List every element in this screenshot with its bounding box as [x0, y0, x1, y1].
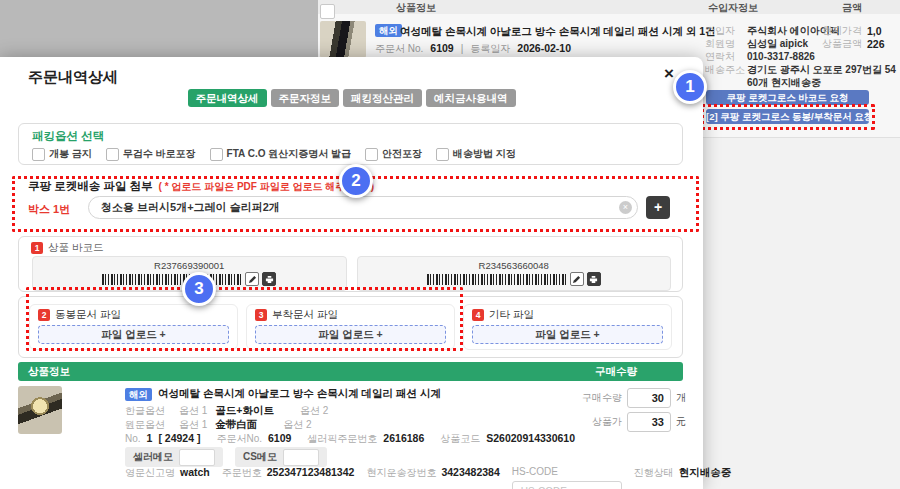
add-box-button[interactable]: + [646, 196, 670, 219]
rocket-heading-text: 쿠팡 로켓배송 파일 첨부 [28, 179, 153, 194]
packing-options-row: 개봉 금지 무검수 바로포장 FTA C.O 원산지증명서 발급 안전포장 배송… [32, 147, 516, 161]
option2-label: 옵션 2 [300, 404, 328, 418]
checkbox-label: 무검수 바로포장 [123, 147, 196, 161]
purchase-qty-input[interactable] [627, 388, 671, 408]
barcode-heading-row: 1 상품 바코드 [31, 241, 103, 255]
barcode-box-right: R234563660048 [357, 256, 672, 291]
divider: | [461, 43, 464, 54]
option1-value: 金带白面 [215, 418, 257, 432]
purchase-qty-bar-title: 구매수량 [595, 365, 637, 379]
checkbox-label: FTA C.O 원산지증명서 발급 [227, 147, 351, 161]
upload-enclosed-doc-button[interactable]: 파일 업로드 + [38, 325, 229, 344]
close-icon[interactable]: × [658, 64, 680, 84]
checkbox-label: 안전포장 [382, 147, 422, 161]
original-option-row: 원문옵션 옵션 1 金带白面 옵션 2 [125, 418, 312, 432]
phone-label: 연락처 [705, 52, 747, 62]
option2-label: 옵션 2 [283, 418, 311, 432]
checkbox-no-open[interactable]: 개봉 금지 [32, 147, 92, 161]
member-label: 회원명 [705, 39, 747, 49]
upload-etc-file-button[interactable]: 파일 업로드 + [472, 325, 663, 344]
hscode-label: HS-CODE [512, 466, 622, 477]
rocket-section-heading: 쿠팡 로켓배송 파일 첨부 ( * 업로드 파일은 PDF 파일로 업로드 해주… [28, 179, 374, 194]
print-icon[interactable] [587, 272, 601, 286]
tab-packing-settlement[interactable]: 패킹정산관리 [343, 89, 422, 107]
kr-option-row: 한글옵션 옵션 1 골드+화이트 옵션 2 [125, 404, 328, 418]
overseas-badge: 해외 [375, 24, 402, 37]
tab-deposit-history[interactable]: 예치금사용내역 [426, 89, 516, 107]
col-header-product-info: 상품정보 [396, 1, 436, 15]
checkbox-shipping-method[interactable]: 배송방법 지정 [436, 147, 516, 161]
edit-icon[interactable] [245, 272, 259, 286]
product-price-input[interactable] [627, 412, 671, 432]
checkbox-fta-certificate[interactable]: FTA C.O 원산지증명서 발급 [210, 147, 351, 161]
box-content-input[interactable] [88, 196, 638, 219]
modal-tabs: 주문내역상세 주문자정보 패킹정산관리 예치금사용내역 [0, 89, 703, 107]
print-icon[interactable] [262, 272, 276, 286]
pdf-upload-note: ( * 업로드 파일은 PDF 파일로 업로드 해주세요. ) [159, 180, 375, 194]
option1-label: 옵션 1 [179, 418, 207, 432]
cs-memo-input[interactable] [283, 449, 319, 466]
amount-row: 상품금액226 [816, 39, 885, 49]
no-label: No. [125, 433, 141, 444]
box-number-label: 박스 1번 [28, 202, 70, 217]
step-badge-1: 1 [31, 242, 43, 254]
step-badge-2: 2 [38, 309, 50, 321]
price-unit: 元 [676, 415, 686, 429]
importer-row: 연락처010-3317-8826 [705, 52, 900, 62]
checkbox-icon[interactable] [436, 148, 449, 161]
checkbox-label: 개봉 금지 [49, 147, 92, 161]
checkbox-icon[interactable] [210, 148, 223, 161]
bracket-id: [ 24924 ] [158, 432, 200, 444]
barcode-number: R234563660048 [479, 261, 549, 271]
order-number-label: 주문번호 [222, 466, 262, 480]
purchase-qty-label: 구매수량 [582, 391, 622, 405]
en-name-label: 영문신고명 [125, 466, 175, 480]
orders-table-header: 상품정보 수입자정보 금액 [318, 0, 900, 14]
tab-order-detail[interactable]: 주문내역상세 [188, 89, 267, 107]
product-code-label: 상품코드 [440, 432, 480, 446]
coupang-doc-request-button[interactable]: [2] 쿠팡 로켓그로스 동봉/부착문서 요청 [706, 109, 869, 124]
file-column-heading: 3 부착문서 파일 [255, 308, 446, 322]
local-price-label: 현지가격 [816, 26, 862, 36]
checkbox-icon[interactable] [32, 148, 45, 161]
sellerpick-order-label: 셀러픽주문번호 [307, 432, 377, 446]
checkbox-icon[interactable] [365, 148, 378, 161]
product-title: 여성메탈 손목시계 아날로그 방수 손목시계 데일리 패션 시계 [158, 387, 441, 401]
attached-doc-column: 3 부착문서 파일 파일 업로드 + [246, 304, 455, 350]
sellerpick-order-value: 2616186 [383, 432, 424, 444]
status-value: 현지배송중 [679, 466, 732, 480]
tab-orderer-info[interactable]: 주문자정보 [271, 89, 340, 107]
checkbox-icon[interactable] [106, 148, 119, 161]
order-no-value: 6109 [430, 42, 453, 54]
address-label: 배송주소 [705, 65, 747, 75]
qty-unit: 개 [676, 391, 686, 405]
order-detail-modal: 주문내역상세 × 주문내역상세 주문자정보 패킹정산관리 예치금사용내역 패킹옵… [0, 57, 703, 489]
importer-label: 수입자 [705, 26, 747, 36]
product-price-row: 상품가 元 [548, 412, 686, 432]
seller-memo-input[interactable] [179, 449, 215, 466]
file-column-heading: 4 기타 파일 [472, 308, 663, 322]
product-thumbnail [18, 386, 62, 434]
shipping-status-value: 60개 현지배송중 [747, 78, 821, 88]
edit-icon[interactable] [570, 272, 584, 286]
option-group-label: 한글옵션 [125, 404, 165, 418]
step-badge-4: 4 [472, 309, 484, 321]
checkbox-no-inspection-pack[interactable]: 무검수 바로포장 [106, 147, 196, 161]
no-value: 1 [147, 432, 153, 444]
hscode-column: HS-CODE [512, 466, 622, 489]
packing-options-card: 패킹옵션 선택 개봉 금지 무검수 바로포장 FTA C.O 원산지증명서 발급… [18, 123, 683, 165]
checkbox-label: 배송방법 지정 [453, 147, 516, 161]
tracking-label: 현지운송장번호 [366, 466, 436, 480]
address-value: 경기도 광주시 오포로 297번길 54 [747, 65, 896, 75]
upload-attached-doc-button[interactable]: 파일 업로드 + [255, 325, 446, 344]
hscode-input[interactable] [512, 481, 622, 489]
clear-input-icon[interactable]: × [619, 201, 632, 214]
importer-row: 60개 현지배송중 [705, 78, 900, 88]
checkbox-safe-packing[interactable]: 안전포장 [365, 147, 422, 161]
option-group-label: 원문옵션 [125, 418, 165, 432]
order-no-label: 주문서 No. [375, 42, 423, 56]
row-select-checkbox[interactable] [320, 4, 335, 19]
coupang-barcode-request-button[interactable]: 쿠팡 로켓그로스 바코드 요청 [706, 90, 869, 105]
product-barcode-card: 1 상품 바코드 R237669390001 R234563660048 [18, 236, 683, 292]
barcode-stripes [102, 274, 242, 285]
